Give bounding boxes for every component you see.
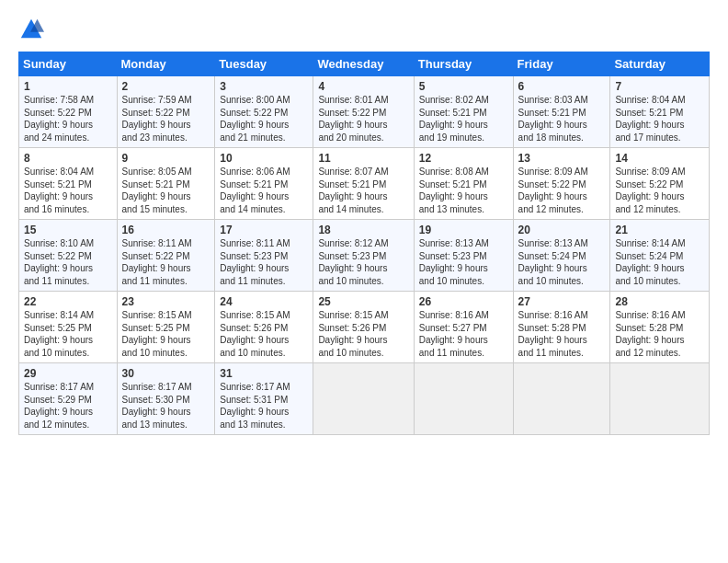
- day-number: 30: [122, 367, 210, 380]
- day-number: 2: [122, 80, 210, 93]
- page: SundayMondayTuesdayWednesdayThursdayFrid…: [0, 0, 728, 444]
- day-number: 31: [220, 367, 308, 380]
- day-number: 29: [24, 367, 112, 380]
- day-number: 17: [220, 224, 308, 236]
- day-number: 6: [518, 80, 606, 93]
- day-number: 10: [220, 152, 308, 165]
- calendar-cell: [414, 363, 513, 435]
- calendar-cell: 14Sunrise: 8:09 AMSunset: 5:22 PMDayligh…: [610, 148, 710, 220]
- calendar-header: SundayMondayTuesdayWednesdayThursdayFrid…: [19, 52, 710, 76]
- day-number: 9: [122, 152, 210, 165]
- day-number: 15: [24, 224, 112, 236]
- calendar-cell: 15Sunrise: 8:10 AMSunset: 5:22 PMDayligh…: [19, 220, 118, 292]
- calendar-cell: 28Sunrise: 8:16 AMSunset: 5:28 PMDayligh…: [610, 292, 710, 363]
- day-info: Sunrise: 8:05 AMSunset: 5:21 PMDaylight:…: [122, 166, 210, 215]
- day-info: Sunrise: 8:00 AMSunset: 5:22 PMDaylight:…: [220, 94, 308, 144]
- calendar-cell: 7Sunrise: 8:04 AMSunset: 5:21 PMDaylight…: [610, 76, 710, 148]
- day-info: Sunrise: 8:09 AMSunset: 5:22 PMDaylight:…: [518, 166, 606, 215]
- day-number: 7: [615, 80, 704, 93]
- day-info: Sunrise: 8:13 AMSunset: 5:24 PMDaylight:…: [518, 237, 606, 287]
- calendar-cell: 12Sunrise: 8:08 AMSunset: 5:21 PMDayligh…: [414, 148, 513, 220]
- day-info: Sunrise: 8:14 AMSunset: 5:24 PMDaylight:…: [615, 237, 704, 287]
- calendar-cell: [313, 363, 414, 435]
- day-info: Sunrise: 8:15 AMSunset: 5:26 PMDaylight:…: [318, 309, 408, 359]
- day-info: Sunrise: 8:16 AMSunset: 5:27 PMDaylight:…: [419, 309, 508, 359]
- day-info: Sunrise: 8:11 AMSunset: 5:23 PMDaylight:…: [220, 237, 308, 287]
- calendar-cell: 2Sunrise: 7:59 AMSunset: 5:22 PMDaylight…: [117, 76, 215, 148]
- calendar-cell: 31Sunrise: 8:17 AMSunset: 5:31 PMDayligh…: [215, 363, 313, 435]
- calendar-cell: 4Sunrise: 8:01 AMSunset: 5:22 PMDaylight…: [313, 76, 414, 148]
- calendar-cell: 25Sunrise: 8:15 AMSunset: 5:26 PMDayligh…: [313, 292, 414, 363]
- day-number: 13: [518, 152, 606, 165]
- day-number: 23: [122, 295, 210, 308]
- day-info: Sunrise: 7:58 AMSunset: 5:22 PMDaylight:…: [24, 94, 112, 144]
- logo: [18, 17, 48, 42]
- week-row-4: 22Sunrise: 8:14 AMSunset: 5:25 PMDayligh…: [19, 292, 710, 363]
- calendar-cell: 20Sunrise: 8:13 AMSunset: 5:24 PMDayligh…: [513, 220, 610, 292]
- week-row-2: 8Sunrise: 8:04 AMSunset: 5:21 PMDaylight…: [19, 148, 710, 220]
- day-info: Sunrise: 7:59 AMSunset: 5:22 PMDaylight:…: [122, 94, 210, 144]
- day-number: 12: [419, 152, 508, 165]
- day-number: 3: [220, 80, 308, 93]
- day-number: 26: [419, 295, 508, 308]
- day-info: Sunrise: 8:15 AMSunset: 5:25 PMDaylight:…: [122, 309, 210, 359]
- calendar-cell: 17Sunrise: 8:11 AMSunset: 5:23 PMDayligh…: [215, 220, 313, 292]
- day-number: 11: [318, 152, 408, 165]
- header-day-saturday: Saturday: [610, 52, 710, 76]
- calendar-cell: 13Sunrise: 8:09 AMSunset: 5:22 PMDayligh…: [513, 148, 610, 220]
- day-number: 21: [615, 224, 704, 236]
- day-info: Sunrise: 8:13 AMSunset: 5:23 PMDaylight:…: [419, 237, 508, 287]
- header-day-wednesday: Wednesday: [313, 52, 414, 76]
- day-info: Sunrise: 8:16 AMSunset: 5:28 PMDaylight:…: [518, 309, 606, 359]
- day-info: Sunrise: 8:09 AMSunset: 5:22 PMDaylight:…: [615, 166, 704, 215]
- day-number: 28: [615, 295, 704, 308]
- day-info: Sunrise: 8:06 AMSunset: 5:21 PMDaylight:…: [220, 166, 308, 215]
- calendar-cell: 21Sunrise: 8:14 AMSunset: 5:24 PMDayligh…: [610, 220, 710, 292]
- logo-icon: [18, 17, 44, 42]
- day-info: Sunrise: 8:03 AMSunset: 5:21 PMDaylight:…: [518, 94, 606, 144]
- day-info: Sunrise: 8:16 AMSunset: 5:28 PMDaylight:…: [615, 309, 704, 359]
- calendar-cell: 22Sunrise: 8:14 AMSunset: 5:25 PMDayligh…: [19, 292, 118, 363]
- calendar-cell: 9Sunrise: 8:05 AMSunset: 5:21 PMDaylight…: [117, 148, 215, 220]
- day-number: 25: [318, 295, 408, 308]
- week-row-1: 1Sunrise: 7:58 AMSunset: 5:22 PMDaylight…: [19, 76, 710, 148]
- day-number: 5: [419, 80, 508, 93]
- header-day-monday: Monday: [117, 52, 215, 76]
- header-day-thursday: Thursday: [414, 52, 513, 76]
- calendar-cell: 16Sunrise: 8:11 AMSunset: 5:22 PMDayligh…: [117, 220, 215, 292]
- day-number: 19: [419, 224, 508, 236]
- calendar-cell: 23Sunrise: 8:15 AMSunset: 5:25 PMDayligh…: [117, 292, 215, 363]
- day-info: Sunrise: 8:07 AMSunset: 5:21 PMDaylight:…: [318, 166, 408, 215]
- day-info: Sunrise: 8:17 AMSunset: 5:31 PMDaylight:…: [220, 381, 308, 431]
- calendar-cell: 27Sunrise: 8:16 AMSunset: 5:28 PMDayligh…: [513, 292, 610, 363]
- calendar-cell: [610, 363, 710, 435]
- calendar-cell: 8Sunrise: 8:04 AMSunset: 5:21 PMDaylight…: [19, 148, 118, 220]
- week-row-3: 15Sunrise: 8:10 AMSunset: 5:22 PMDayligh…: [19, 220, 710, 292]
- day-info: Sunrise: 8:12 AMSunset: 5:23 PMDaylight:…: [318, 237, 408, 287]
- day-info: Sunrise: 8:08 AMSunset: 5:21 PMDaylight:…: [419, 166, 508, 215]
- day-number: 27: [518, 295, 606, 308]
- header-row: SundayMondayTuesdayWednesdayThursdayFrid…: [19, 52, 710, 76]
- day-number: 8: [24, 152, 112, 165]
- calendar-cell: 19Sunrise: 8:13 AMSunset: 5:23 PMDayligh…: [414, 220, 513, 292]
- day-number: 1: [24, 80, 112, 93]
- calendar-cell: 11Sunrise: 8:07 AMSunset: 5:21 PMDayligh…: [313, 148, 414, 220]
- calendar-cell: [513, 363, 610, 435]
- calendar-cell: 30Sunrise: 8:17 AMSunset: 5:30 PMDayligh…: [117, 363, 215, 435]
- calendar-cell: 26Sunrise: 8:16 AMSunset: 5:27 PMDayligh…: [414, 292, 513, 363]
- calendar-cell: 5Sunrise: 8:02 AMSunset: 5:21 PMDaylight…: [414, 76, 513, 148]
- day-number: 20: [518, 224, 606, 236]
- day-number: 22: [24, 295, 112, 308]
- day-number: 18: [318, 224, 408, 236]
- header-day-friday: Friday: [513, 52, 610, 76]
- day-info: Sunrise: 8:04 AMSunset: 5:21 PMDaylight:…: [615, 94, 704, 144]
- calendar-cell: 18Sunrise: 8:12 AMSunset: 5:23 PMDayligh…: [313, 220, 414, 292]
- header-day-tuesday: Tuesday: [215, 52, 313, 76]
- day-info: Sunrise: 8:04 AMSunset: 5:21 PMDaylight:…: [24, 166, 112, 215]
- day-info: Sunrise: 8:17 AMSunset: 5:30 PMDaylight:…: [122, 381, 210, 431]
- day-info: Sunrise: 8:15 AMSunset: 5:26 PMDaylight:…: [220, 309, 308, 359]
- calendar-cell: 6Sunrise: 8:03 AMSunset: 5:21 PMDaylight…: [513, 76, 610, 148]
- calendar-cell: 3Sunrise: 8:00 AMSunset: 5:22 PMDaylight…: [215, 76, 313, 148]
- week-row-5: 29Sunrise: 8:17 AMSunset: 5:29 PMDayligh…: [19, 363, 710, 435]
- day-info: Sunrise: 8:01 AMSunset: 5:22 PMDaylight:…: [318, 94, 408, 144]
